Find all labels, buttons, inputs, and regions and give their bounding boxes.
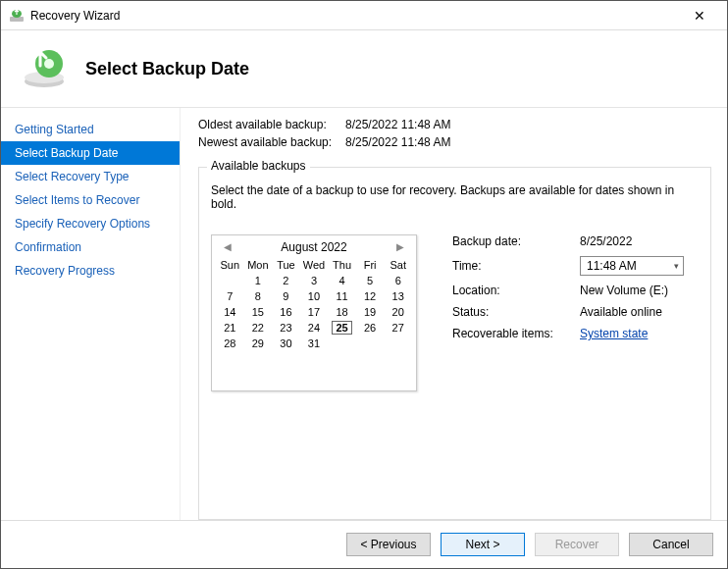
calendar-day-cell[interactable]: 6 [384, 273, 412, 288]
oldest-backup-value: 8/25/2022 11:48 AM [345, 118, 450, 131]
calendar-dow-cell: Wed [300, 257, 329, 273]
calendar-dow-cell: Tue [272, 257, 300, 273]
calendar-day-cell[interactable]: 22 [244, 320, 273, 336]
calendar-day-cell[interactable]: 14 [216, 304, 244, 320]
calendar-day-cell [328, 336, 356, 351]
calendar-day-cell[interactable]: 4 [328, 273, 356, 288]
location-label: Location: [452, 284, 580, 297]
status-value: Available online [580, 305, 699, 319]
wizard-icon [21, 42, 68, 89]
time-combobox-value: 11:48 AM [587, 259, 637, 273]
calendar-day-cell[interactable]: 5 [356, 273, 385, 288]
calendar-day-cell[interactable]: 7 [216, 288, 244, 304]
calendar-dow-cell: Mon [244, 257, 273, 273]
calendar-dow-cell: Fri [356, 257, 385, 273]
calendar-day-cell[interactable]: 19 [356, 304, 385, 320]
recover-button: Recover [535, 533, 619, 556]
time-combobox[interactable]: 11:48 AM ▾ [580, 256, 684, 276]
calendar-day-cell[interactable]: 29 [244, 336, 273, 351]
calendar-week-row: 123456 [216, 273, 412, 288]
calendar-week-row: 21222324252627 [216, 320, 412, 336]
calendar-day-cell[interactable]: 9 [272, 288, 300, 304]
backup-details: Backup date: 8/25/2022 Time: 11:48 AM ▾ [452, 234, 699, 391]
calendar-day-cell[interactable]: 18 [328, 304, 356, 320]
calendar-dow-cell: Thu [328, 257, 356, 273]
previous-button[interactable]: < Previous [346, 533, 431, 556]
wizard-header: Select Backup Date [1, 30, 727, 107]
next-button[interactable]: Next > [441, 533, 525, 556]
available-backups-group: Available backups Select the date of a b… [198, 167, 711, 520]
calendar-day-cell[interactable]: 2 [272, 273, 300, 288]
location-value: New Volume (E:) [580, 284, 699, 297]
calendar-day-cell[interactable]: 10 [300, 288, 329, 304]
time-label: Time: [452, 259, 580, 273]
titlebar: Recovery Wizard ✕ [1, 1, 727, 30]
close-button[interactable]: ✕ [680, 2, 719, 29]
group-legend: Available backups [207, 159, 310, 173]
calendar-day-cell[interactable]: 17 [300, 304, 329, 320]
calendar-day-cell[interactable]: 15 [244, 304, 273, 320]
backup-date-value: 8/25/2022 [580, 234, 699, 248]
page-heading: Select Backup Date [85, 59, 249, 79]
calendar-day-cell[interactable]: 3 [300, 273, 329, 288]
step-recovery-progress[interactable]: Recovery Progress [1, 259, 180, 283]
calendar-day-cell [356, 336, 385, 351]
calendar-day-cell[interactable]: 20 [384, 304, 412, 320]
calendar-day-cell[interactable]: 11 [328, 288, 356, 304]
calendar-day-cell[interactable]: 21 [216, 320, 244, 336]
step-getting-started[interactable]: Getting Started [1, 118, 180, 141]
calendar-title: August 2022 [281, 240, 346, 254]
calendar-day-cell[interactable]: 27 [384, 320, 412, 336]
calendar-day-cell[interactable]: 8 [244, 288, 273, 304]
newest-backup-row: Newest available backup: 8/25/2022 11:48… [198, 135, 711, 149]
calendar-day-cell[interactable]: 1 [244, 273, 273, 288]
svg-point-5 [44, 59, 54, 69]
calendar-day-cell[interactable]: 31 [300, 336, 329, 351]
cancel-button[interactable]: Cancel [629, 533, 713, 556]
oldest-backup-row: Oldest available backup: 8/25/2022 11:48… [198, 118, 711, 131]
wizard-steps-sidebar: Getting Started Select Backup Date Selec… [1, 108, 180, 520]
calendar-day-cell[interactable]: 30 [272, 336, 300, 351]
step-specify-recovery-options[interactable]: Specify Recovery Options [1, 212, 180, 235]
step-select-recovery-type[interactable]: Select Recovery Type [1, 165, 180, 188]
calendar-dow-row: SunMonTueWedThuFriSat [216, 257, 412, 273]
calendar-week-row: 28293031 [216, 336, 412, 351]
group-instructions: Select the date of a backup to use for r… [211, 183, 699, 211]
recoverable-items-label: Recoverable items: [452, 327, 580, 340]
wizard-footer: < Previous Next > Recover Cancel [1, 520, 727, 568]
calendar-next-button[interactable]: ▶ [390, 239, 410, 254]
calendar-day-cell [216, 273, 244, 288]
calendar-day-cell[interactable]: 26 [356, 320, 385, 336]
calendar-week-row: 14151617181920 [216, 304, 412, 320]
newest-backup-label: Newest available backup: [198, 135, 345, 149]
calendar-day-cell[interactable]: 13 [384, 288, 412, 304]
recoverable-items-link[interactable]: System state [580, 327, 648, 340]
calendar-day-cell[interactable]: 28 [216, 336, 244, 351]
calendar-day-cell [384, 336, 412, 351]
calendar-day-cell[interactable]: 25 [328, 320, 356, 336]
step-confirmation[interactable]: Confirmation [1, 235, 180, 259]
window-title: Recovery Wizard [30, 9, 680, 23]
step-select-items-to-recover[interactable]: Select Items to Recover [1, 188, 180, 212]
chevron-down-icon: ▾ [674, 261, 679, 271]
calendar-day-cell[interactable]: 12 [356, 288, 385, 304]
oldest-backup-label: Oldest available backup: [198, 118, 345, 131]
calendar-day-cell[interactable]: 24 [300, 320, 329, 336]
calendar[interactable]: ◀ August 2022 ▶ SunMonTueWedThuFriSat 12… [211, 234, 417, 391]
calendar-prev-button[interactable]: ◀ [218, 239, 237, 254]
calendar-day-cell[interactable]: 23 [272, 320, 300, 336]
content-area: Getting Started Select Backup Date Selec… [1, 107, 727, 520]
backup-date-label: Backup date: [452, 234, 580, 248]
calendar-body: 1234567891011121314151617181920212223242… [216, 273, 412, 351]
app-icon [9, 8, 25, 24]
main-pane: Oldest available backup: 8/25/2022 11:48… [180, 108, 727, 520]
calendar-dow-cell: Sat [384, 257, 412, 273]
calendar-dow-cell: Sun [216, 257, 244, 273]
status-label: Status: [452, 305, 580, 319]
step-select-backup-date[interactable]: Select Backup Date [1, 141, 180, 165]
calendar-week-row: 78910111213 [216, 288, 412, 304]
calendar-day-cell[interactable]: 16 [272, 304, 300, 320]
calendar-grid: SunMonTueWedThuFriSat 123456789101112131… [216, 257, 412, 351]
newest-backup-value: 8/25/2022 11:48 AM [345, 135, 450, 149]
